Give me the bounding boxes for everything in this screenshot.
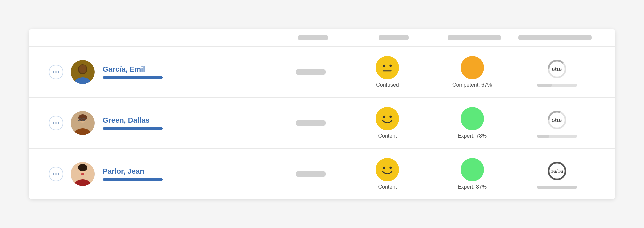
header-col-4: [515, 35, 595, 40]
ring-container-parlor-jean: 16/16: [545, 159, 569, 183]
ring-label-parlor-jean: 16/16: [551, 168, 563, 174]
progress-bar-green-dallas: [537, 135, 577, 138]
progress-col-garcia-emil: 6/16: [518, 57, 595, 87]
progress-fill-garcia-emil: [537, 84, 552, 87]
competency-label-green-dallas: Expert: 78%: [458, 133, 487, 139]
competency-circle-green-dallas: [461, 107, 484, 130]
progress-bar-garcia-emil: [537, 84, 577, 87]
svg-point-3: [79, 65, 86, 71]
competency-circle-garcia-emil: [461, 56, 484, 79]
student-name-parlor-jean[interactable]: Parlor, Jean: [103, 167, 272, 176]
row-garcia-emil: García, Emil Confused Competent: 67%: [29, 47, 615, 98]
header-pill-4: [518, 35, 592, 40]
competency-col-garcia-emil: Competent: 67%: [426, 56, 518, 88]
row-green-dallas: Green, Dallas Content Expert: 78%: [29, 98, 615, 149]
emotion-label-green-dallas: Content: [378, 133, 397, 139]
header-pill-1: [298, 35, 328, 40]
menu-dots-icon: [53, 173, 59, 175]
emoji-parlor-jean: [376, 158, 399, 181]
header-pill-3: [448, 35, 501, 40]
header-col-2: [353, 35, 434, 40]
header-col-1: [273, 35, 353, 40]
progress-fill-parlor-jean: [537, 186, 577, 189]
svg-point-19: [383, 115, 385, 118]
score-pill-green-dallas: [296, 120, 326, 126]
ring-container-green-dallas: 5/16: [545, 108, 569, 132]
emoji-garcia-emil: [376, 56, 399, 79]
svg-point-14: [78, 114, 87, 121]
header-pill-2: [379, 35, 409, 40]
score-col-garcia-emil: [272, 69, 349, 75]
menu-dots-icon: [53, 71, 59, 73]
score-col-green-dallas: [272, 120, 349, 126]
emotion-col-garcia-emil: Confused: [349, 56, 426, 88]
emotion-col-parlor-jean: Content: [349, 158, 426, 190]
main-card: García, Emil Confused Competent: 67%: [29, 29, 615, 199]
name-bar-green-dallas: [103, 127, 163, 130]
header-col-3: [434, 35, 515, 40]
progress-fill-green-dallas: [537, 135, 550, 138]
emotion-label-garcia-emil: Confused: [376, 82, 399, 88]
competency-col-parlor-jean: Expert: 87%: [426, 158, 518, 190]
menu-button-green-dallas[interactable]: [49, 116, 63, 130]
competency-col-green-dallas: Expert: 78%: [426, 107, 518, 139]
menu-button-garcia-emil[interactable]: [49, 65, 63, 79]
avatar-garcia-emil: [71, 60, 95, 84]
avatar-green-dallas: [71, 111, 95, 135]
name-col-garcia-emil: García, Emil: [103, 65, 272, 79]
svg-point-18: [376, 107, 399, 130]
svg-point-25: [78, 164, 87, 171]
competency-label-parlor-jean: Expert: 87%: [458, 184, 487, 190]
ring-label-garcia-emil: 6/16: [552, 66, 562, 72]
avatar-parlor-jean: [71, 162, 95, 186]
ring-label-green-dallas: 5/16: [552, 117, 562, 123]
emotion-label-parlor-jean: Content: [378, 184, 397, 190]
svg-point-30: [390, 166, 392, 169]
score-col-parlor-jean: [272, 171, 349, 177]
svg-point-5: [376, 56, 399, 79]
ring-container-garcia-emil: 6/16: [545, 57, 569, 81]
student-name-green-dallas[interactable]: Green, Dallas: [103, 116, 272, 125]
emotion-col-green-dallas: Content: [349, 107, 426, 139]
svg-point-6: [383, 64, 385, 67]
student-name-garcia-emil[interactable]: García, Emil: [103, 65, 272, 74]
svg-point-29: [383, 166, 385, 169]
emoji-green-dallas: [376, 107, 399, 130]
name-bar-garcia-emil: [103, 76, 163, 79]
name-col-parlor-jean: Parlor, Jean: [103, 167, 272, 181]
menu-button-parlor-jean[interactable]: [49, 167, 63, 181]
name-bar-parlor-jean: [103, 178, 163, 181]
svg-point-28: [376, 158, 399, 181]
svg-point-20: [390, 115, 392, 118]
progress-bar-parlor-jean: [537, 186, 577, 189]
menu-dots-icon: [53, 122, 59, 124]
competency-circle-parlor-jean: [461, 158, 484, 181]
competency-label-garcia-emil: Competent: 67%: [452, 82, 492, 88]
rows-container: García, Emil Confused Competent: 67%: [29, 47, 615, 199]
score-pill-parlor-jean: [296, 171, 326, 177]
header-row: [29, 29, 615, 47]
svg-point-27: [81, 173, 84, 175]
progress-col-parlor-jean: 16/16: [518, 159, 595, 189]
score-pill-garcia-emil: [296, 69, 326, 75]
svg-point-7: [390, 64, 392, 67]
row-parlor-jean: Parlor, Jean Content Expert: 87%: [29, 149, 615, 199]
progress-col-green-dallas: 5/16: [518, 108, 595, 138]
name-col-green-dallas: Green, Dallas: [103, 116, 272, 130]
